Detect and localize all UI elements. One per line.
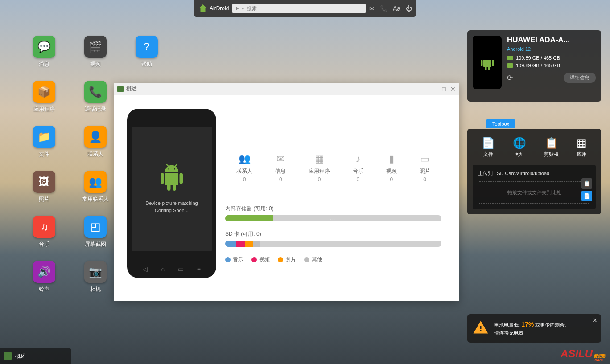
upload-file-button[interactable]: 📄 [581, 191, 592, 201]
stat-messages[interactable]: ✉信息0 [275, 153, 286, 183]
device-info-panel: HUAWEI ADA-A... Android 12 109.89 GB / 4… [467, 30, 601, 102]
app-video[interactable]: 🎬视频 [75, 36, 115, 68]
storage-legend: 音乐 视频 照片 其他 [225, 256, 441, 263]
refresh-button[interactable]: ⟳ [507, 74, 513, 82]
call-icon: 📞 [89, 86, 102, 98]
window-titlebar[interactable]: 概述 — □ ✕ [114, 83, 459, 95]
menu-icon: ≡ [197, 266, 201, 273]
android-icon [479, 53, 495, 71]
top-bar: AirDroid ▾ ✉ 📞 Aa ⏻ [194, 0, 416, 17]
internal-storage-bar: ... [225, 215, 441, 221]
tool-app[interactable]: ▦应用 [574, 134, 589, 160]
upload-dropzone[interactable]: 拖放文件或文件夹到此处 [478, 181, 590, 204]
taskbar-label: 概述 [15, 352, 26, 360]
detail-button[interactable]: 详细信息 [564, 73, 596, 83]
app-messages[interactable]: 💬消息 [24, 36, 64, 68]
warning-icon [473, 319, 489, 335]
window-icon [117, 86, 124, 92]
fav-contacts-icon: 👥 [89, 176, 102, 188]
back-icon: ◁ [143, 266, 148, 273]
music-icon: ♫ [40, 221, 48, 233]
app-help[interactable]: ?帮助 [127, 36, 167, 68]
camera-icon: 📷 [89, 266, 102, 278]
crop-icon: ◰ [91, 221, 101, 233]
recent-icon: ▭ [178, 266, 184, 273]
app-music[interactable]: ♫音乐 [24, 216, 64, 248]
tool-url[interactable]: 🌐网址 [510, 134, 529, 160]
stat-music[interactable]: ♪音乐0 [353, 153, 363, 183]
storage-2: 109.89 GB / 465 GB [516, 63, 560, 68]
speaker-icon: 🔊 [37, 266, 51, 278]
mail-icon[interactable]: ✉ [369, 5, 375, 12]
film-icon: ▮ [386, 153, 397, 165]
clipboard-icon: 📋 [544, 137, 559, 149]
battery-prefix: 电池电量低: [494, 322, 521, 327]
image-icon: ▭ [420, 153, 430, 165]
help-icon: ? [144, 41, 149, 53]
tool-file[interactable]: 📄文件 [479, 134, 498, 160]
clapper-icon: 🎬 [89, 41, 102, 53]
app-screenshot[interactable]: ◰屏幕截图 [75, 216, 115, 248]
people-icon: 👥 [236, 153, 252, 165]
power-icon[interactable]: ⏻ [406, 5, 412, 12]
phone-icon[interactable]: 📞 [380, 5, 387, 12]
search-box[interactable]: ▾ [232, 4, 366, 13]
storage-1: 109.89 GB / 465 GB [516, 55, 560, 61]
box-icon: ▦ [309, 153, 330, 165]
maximize-button[interactable]: □ [442, 86, 446, 93]
device-thumbnail [473, 36, 502, 89]
app-contacts[interactable]: 👤联系人 [75, 126, 115, 158]
file-icon: 📄 [482, 137, 495, 149]
watermark: ASILU 爱思路 .com [561, 348, 606, 362]
paste-button[interactable]: 📋 [581, 178, 592, 189]
app-apps[interactable]: 📦应用程序 [24, 81, 64, 113]
overview-window: 概述 — □ ✕ Device picture matching Coming … [114, 83, 459, 301]
brand-logo: AirDroid [198, 4, 229, 13]
taskbar-icon [4, 352, 12, 360]
android-icon [158, 164, 185, 191]
upload-panel: 上传到 : SD Card/airdroid/upload 拖放文件或文件夹到此… [473, 165, 596, 209]
device-name: HUAWEI ADA-A... [507, 36, 596, 45]
note-icon: ♪ [353, 153, 363, 165]
battery-suffix: 或更少的剩余。 [534, 322, 569, 327]
stat-contacts[interactable]: 👥联系人0 [236, 153, 252, 183]
upload-path: 上传到 : SD Card/airdroid/upload [478, 170, 590, 177]
grid-icon: ▦ [577, 137, 587, 149]
message-icon: 💬 [37, 41, 51, 53]
phone-text-2: Coming Soon... [145, 207, 198, 214]
font-icon[interactable]: Aa [393, 5, 400, 12]
internal-storage-icon [507, 56, 513, 60]
app-ringtone[interactable]: 🔊铃声 [24, 261, 64, 293]
device-os: Android 12 [507, 46, 596, 52]
app-camera[interactable]: 📷相机 [75, 261, 115, 293]
app-files[interactable]: 📁文件 [24, 126, 64, 158]
stat-apps[interactable]: ▦应用程序0 [309, 153, 330, 183]
brand-name: AirDroid [210, 5, 229, 12]
close-button[interactable]: ✕ [450, 86, 456, 93]
app-fav-contacts[interactable]: 👥常用联系人 [75, 171, 115, 203]
airdroid-icon [198, 4, 208, 13]
battery-percent: 17% [521, 321, 534, 328]
phone-text-1: Device picture matching [145, 200, 198, 207]
app-photos[interactable]: 🖼照片 [24, 171, 64, 203]
folder-icon: 📁 [37, 131, 51, 143]
contacts-icon: 👤 [89, 131, 102, 143]
close-notification-button[interactable]: ✕ [592, 317, 598, 324]
phone-preview: Device picture matching Coming Soon... ◁… [127, 109, 216, 278]
search-input[interactable] [247, 6, 362, 11]
taskbar[interactable]: 概述 [0, 348, 71, 364]
photo-icon: 🖼 [39, 176, 49, 188]
play-store-icon [236, 7, 239, 10]
sd-storage-icon [507, 63, 513, 68]
envelope-icon: ✉ [275, 153, 286, 165]
tool-clipboard[interactable]: 📋剪贴板 [541, 134, 561, 160]
package-icon: 📦 [37, 86, 51, 98]
home-icon: ⌂ [161, 266, 165, 273]
globe-icon: 🌐 [513, 137, 526, 149]
stat-video[interactable]: ▮视频0 [386, 153, 397, 183]
minimize-button[interactable]: — [432, 86, 438, 93]
app-calllog[interactable]: 📞通话记录 [75, 81, 115, 113]
sd-card-bar [225, 241, 441, 247]
toolbox-tab[interactable]: Toolbox [486, 119, 515, 128]
stat-photos[interactable]: ▭照片0 [420, 153, 430, 183]
